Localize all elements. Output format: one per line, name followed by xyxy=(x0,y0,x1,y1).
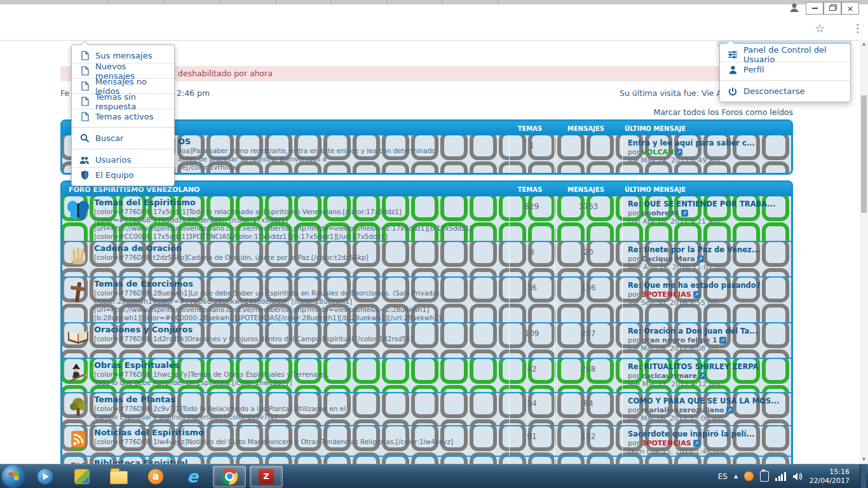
last-post-link[interactable]: Re: RITUALITOS SHIRLEY ZERPA xyxy=(628,362,789,371)
forum-row[interactable]: Temas del Espiritismo[color=#776D6B:17x5… xyxy=(62,196,791,241)
forum-title-link[interactable]: Oraciones y Conjuros xyxy=(94,325,509,335)
bookmark-star-icon[interactable]: ☆ xyxy=(815,22,825,35)
tab-separator xyxy=(498,1,498,4)
network-tray-icon[interactable] xyxy=(775,472,786,481)
menu-item-label: Buscar xyxy=(95,133,123,143)
last-post-author[interactable]: gran negro felipe 1 xyxy=(642,336,717,344)
avast-icon[interactable]: a xyxy=(139,466,172,487)
filezilla-icon[interactable]: Z xyxy=(250,466,283,487)
last-post-author[interactable]: marialionzerozuliano xyxy=(642,406,724,414)
last-post-byline: por poohre94↗ xyxy=(628,209,789,217)
topics-count: 829 xyxy=(509,196,554,241)
menu-item-temas-sin-respuesta[interactable]: Temas sin respuesta xyxy=(72,93,174,109)
menu-item-temas-activos[interactable]: Temas activos xyxy=(72,109,174,124)
menu-item-buscar[interactable]: Buscar xyxy=(72,127,174,146)
forum-info-cell: Oraciones y Conjuros[color=#776D6B:1d2rs… xyxy=(94,323,509,358)
forum-title-link[interactable]: OS xyxy=(178,137,509,147)
scrollbar-thumb[interactable] xyxy=(861,95,867,213)
external-link-icon[interactable]: ↗ xyxy=(693,291,700,298)
page-icon xyxy=(79,97,90,107)
menu-item-perfil[interactable]: Perfil xyxy=(720,62,850,77)
last-post-date: Vie May 24, 2013 8:49 am xyxy=(628,156,789,165)
last-post-link[interactable]: Re: Únete por la Paz de Venez... xyxy=(628,245,789,254)
window-minimize-button[interactable] xyxy=(806,2,824,15)
clock-time: 15:16 xyxy=(810,468,850,477)
forum-row[interactable]: Temas de Exorcismos[color=#776D6B:28uekw… xyxy=(62,276,791,322)
browser-menu-icon[interactable]: ⋮ xyxy=(852,22,863,34)
hidden-icons-caret[interactable]: ▲ xyxy=(734,473,738,479)
taskbar-clock[interactable]: 15:16 22/04/2017 xyxy=(810,468,850,485)
topics-count: 42 xyxy=(509,359,554,392)
forum-icon-cell xyxy=(62,426,94,456)
forum-title-link[interactable]: Cadena de Oración xyxy=(94,243,509,254)
last-post-author[interactable]: cacicaurimare xyxy=(642,372,697,380)
browser-profile-icon[interactable] xyxy=(789,2,800,13)
page-icon xyxy=(79,51,90,61)
chrome-icon[interactable] xyxy=(213,466,246,487)
window-restore-button[interactable] xyxy=(824,2,841,15)
menu-item-nuevos-mensajes[interactable]: Nuevos mensajes xyxy=(72,63,174,78)
forum-row[interactable]: Temas de Plantas[color=#776D6B:2c9v7j1]T… xyxy=(62,392,791,425)
last-post-author[interactable]: 3POTENCIAS xyxy=(642,290,691,299)
last-post-link[interactable]: Re: Oración a Don Juan del Ta... xyxy=(628,327,789,336)
last-post-author[interactable]: 3POTENCIAS xyxy=(642,439,691,447)
language-indicator[interactable]: ES xyxy=(718,472,728,481)
menu-item-panel-de-control-del-usuario[interactable]: Panel de Control del Usuario xyxy=(720,47,850,62)
forum-title-link[interactable]: Temas del Espiritismo xyxy=(94,198,509,208)
media-player-icon[interactable] xyxy=(29,466,62,487)
last-post-cell: Re: Únete por la Paz de Venez...por Caci… xyxy=(622,242,791,276)
menu-item-desconectarse[interactable]: Desconectarse xyxy=(720,80,850,98)
last-post-author[interactable]: Cacique Mara xyxy=(642,255,695,263)
forum-title-link[interactable]: Obras Espirituales xyxy=(94,360,509,370)
clipboard-tray-icon[interactable] xyxy=(760,471,769,482)
file-explorer-icon[interactable] xyxy=(102,466,135,487)
last-post-link[interactable]: COMO Y PARA QUE SE USA LA MOS... xyxy=(628,396,789,405)
forum-description: [color=#776D6B:28uekwh1]Lo que debe Sabe… xyxy=(94,289,509,322)
external-link-icon[interactable]: ↗ xyxy=(675,149,682,156)
current-date-text: Fe xyxy=(60,88,69,98)
mark-forums-read-link[interactable]: Marcar todos los Foros como leídos xyxy=(653,107,793,117)
volume-tray-icon[interactable] xyxy=(792,471,803,482)
menu-item-el-equipo[interactable]: El Equipo xyxy=(72,167,174,182)
external-link-icon[interactable]: ↗ xyxy=(697,255,704,262)
internet-explorer-icon[interactable]: e xyxy=(176,466,209,487)
last-post-byline: por 3POTENCIAS↗ xyxy=(628,290,789,299)
window-close-button[interactable] xyxy=(841,2,859,15)
menu-item-mensajes-no-leidos[interactable]: Mensajes no leídos xyxy=(72,78,174,93)
last-post-link[interactable]: Entra y lee aquí para saber c... xyxy=(628,139,789,147)
last-post-author[interactable]: VOLCAN xyxy=(642,148,674,156)
external-link-icon[interactable]: ↗ xyxy=(719,337,726,344)
menu-item-label: El Equipo xyxy=(95,170,133,180)
last-post-link[interactable]: Re: QUÉ SE ENTIENDE POR TRABA... xyxy=(628,200,789,208)
scroll-up-arrow[interactable]: ▲ xyxy=(860,40,868,48)
last-post-date: Mar Ago 16, 2016 11:07 pm xyxy=(628,263,789,271)
external-link-icon[interactable]: ↗ xyxy=(693,440,700,447)
tab-separator xyxy=(442,1,442,4)
forum-row[interactable]: Noticias del Espiritismo[color=#776D6B:1… xyxy=(62,425,791,456)
last-post-link[interactable]: Sacerdote que inspiró la pelí... xyxy=(628,430,789,438)
forum-title-link[interactable]: Temas de Exorcismos xyxy=(94,279,509,289)
avast-tray-icon[interactable] xyxy=(744,471,754,481)
photo-viewer-icon[interactable] xyxy=(65,466,98,487)
external-link-icon[interactable]: ↗ xyxy=(681,210,688,217)
external-link-icon[interactable]: ↗ xyxy=(699,372,706,379)
last-post-cell: Re: QUÉ SE ENTIENDE POR TRABA...por pooh… xyxy=(622,196,791,241)
external-link-icon[interactable]: ↗ xyxy=(726,407,733,414)
menu-item-usuarios[interactable]: Usuarios xyxy=(72,149,174,167)
last-post-cell: Re: RITUALITOS SHIRLEY ZERPApor cacicaur… xyxy=(622,359,791,392)
show-desktop-button[interactable] xyxy=(860,464,866,488)
scroll-down-arrow[interactable]: ▼ xyxy=(860,456,868,464)
forum-row[interactable]: Cadena de Oración[color=#776D6B:t2dz56kp… xyxy=(62,241,791,276)
start-button[interactable] xyxy=(2,465,25,488)
last-post-author[interactable]: poohre94 xyxy=(642,209,679,217)
forum-title-link[interactable]: Noticias del Espiritismo xyxy=(94,428,509,438)
topics-count: 1 xyxy=(509,135,554,173)
forum-row[interactable]: Oraciones y Conjuros[color=#776D6B:1d2rs… xyxy=(62,322,791,358)
last-post-link[interactable]: Re: Que me ha estado pasando? xyxy=(628,281,789,290)
forum-row[interactable]: Obras Espirituales[color=#776D6B:1hwc3p7… xyxy=(62,358,791,392)
forum-description: [color=#776D6B:t2dz56kp]Cadena de Oració… xyxy=(94,254,509,262)
menu-item-label: Temas sin respuesta xyxy=(95,92,166,111)
forum-info-cell: Temas del Espiritismo[color=#776D6B:17x5… xyxy=(94,196,509,241)
forum-title-link[interactable]: Temas de Plantas xyxy=(94,395,509,405)
page-scrollbar[interactable]: ▲ ▼ xyxy=(860,40,868,464)
